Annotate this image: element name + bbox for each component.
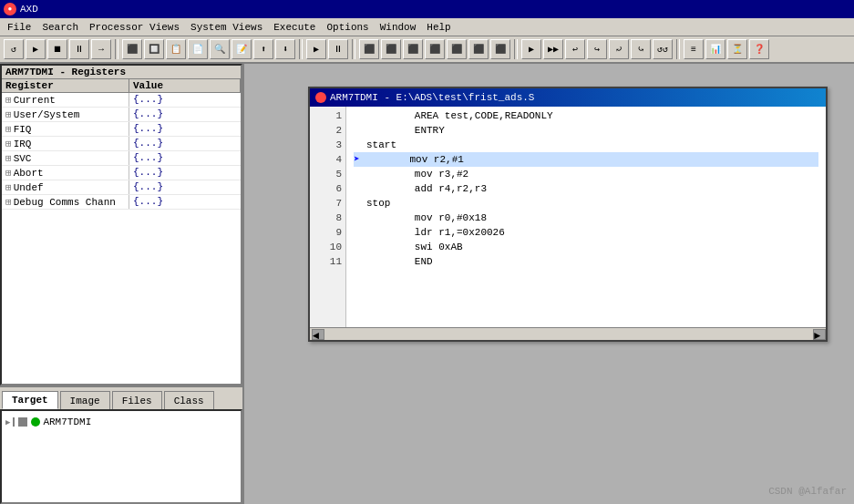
toolbar-btn-3[interactable]: ⏸: [69, 39, 89, 59]
no-arrow: [354, 123, 366, 138]
toolbar-btn-2[interactable]: ⏹: [47, 39, 67, 59]
toolbar-btn-9[interactable]: 📄: [188, 39, 208, 59]
register-row[interactable]: ⊞SVC {...}: [2, 151, 241, 166]
tab-bar: TargetImageFilesClass: [0, 387, 242, 409]
line-number: 8: [314, 211, 342, 225]
expand-icon[interactable]: ⊞: [5, 95, 12, 106]
code-text: swi 0xAB: [366, 240, 463, 254]
toolbar-btn-6[interactable]: ⬛: [122, 39, 142, 59]
no-arrow: [354, 138, 366, 152]
toolbar-btn-20[interactable]: ⬛: [403, 39, 423, 59]
toolbar-btn-10[interactable]: 🔍: [210, 39, 230, 59]
toolbar-btn-31[interactable]: ⤿: [631, 39, 651, 59]
toolbar-separator-25: [514, 39, 518, 59]
menu-item-execute[interactable]: Execute: [268, 21, 321, 34]
toolbar: ↺▶⏹⏸→⬛🔲📋📄🔍📝⬆⬇▶⏸⬛⬛⬛⬛⬛⬛⬛▶▶▶↩↪⤾⤿↺↺≡📊⏳❓: [0, 36, 854, 64]
line-numbers: 1234567891011: [310, 107, 346, 327]
toolbar-btn-26[interactable]: ▶: [521, 39, 541, 59]
toolbar-btn-0[interactable]: ↺: [4, 39, 24, 59]
expand-icon[interactable]: ⊞: [5, 124, 12, 135]
toolbar-btn-18[interactable]: ⬛: [359, 39, 379, 59]
expand-icon[interactable]: ⊞: [5, 168, 12, 179]
register-body[interactable]: ⊞Current {...} ⊞User/System {...} ⊞FIQ {…: [2, 93, 241, 384]
no-arrow: [354, 196, 366, 211]
target-box-icon: [18, 417, 27, 427]
expand-icon[interactable]: ⊞: [5, 139, 12, 149]
col-register: Register: [2, 79, 129, 92]
menu-item-help[interactable]: Help: [421, 21, 456, 34]
toolbar-btn-30[interactable]: ⤾: [609, 39, 629, 59]
line-number: 2: [314, 123, 342, 138]
menu-item-options[interactable]: Options: [321, 21, 374, 34]
toolbar-btn-8[interactable]: 📋: [166, 39, 186, 59]
register-row[interactable]: ⊞User/System {...}: [2, 108, 241, 122]
register-panel-title: ARM7TDMI - Registers: [2, 66, 241, 79]
code-line: AREA test,CODE,READONLY: [354, 108, 818, 123]
toolbar-btn-16[interactable]: ⏸: [328, 39, 348, 59]
toolbar-btn-22[interactable]: ⬛: [447, 39, 467, 59]
toolbar-btn-29[interactable]: ↪: [587, 39, 607, 59]
code-text: ldr r1,=0x20026: [366, 225, 505, 240]
toolbar-btn-15[interactable]: ▶: [306, 39, 326, 59]
toolbar-btn-23[interactable]: ⬛: [468, 39, 489, 59]
toolbar-btn-11[interactable]: 📝: [232, 39, 252, 59]
toolbar-btn-19[interactable]: ⬛: [381, 39, 401, 59]
menu-item-system-views[interactable]: System Views: [185, 21, 268, 34]
register-row[interactable]: ⊞Undef {...}: [2, 180, 241, 195]
toolbar-btn-1[interactable]: ▶: [26, 39, 46, 59]
toolbar-btn-7[interactable]: 🔲: [144, 39, 164, 59]
register-row[interactable]: ⊞IRQ {...}: [2, 137, 241, 151]
menu-item-file[interactable]: File: [2, 21, 36, 34]
line-number: 6: [314, 181, 342, 196]
menu-item-window[interactable]: Window: [375, 21, 422, 34]
code-text: END: [366, 254, 433, 269]
toolbar-btn-13[interactable]: ⬇: [275, 39, 295, 59]
register-value: {...}: [129, 122, 167, 136]
tab-files[interactable]: Files: [112, 391, 162, 409]
register-value: {...}: [129, 166, 167, 180]
line-number: 10: [314, 240, 342, 254]
tree-arrow: ▶: [5, 417, 10, 427]
toolbar-btn-4[interactable]: →: [91, 39, 111, 59]
expand-icon[interactable]: ⊞: [5, 153, 12, 164]
register-row[interactable]: ⊞Debug Comms Chann {...}: [2, 195, 241, 210]
line-number: 9: [314, 225, 342, 240]
line-number: 4: [314, 152, 342, 167]
scroll-left-btn[interactable]: ◄: [312, 329, 324, 340]
register-value: {...}: [129, 108, 167, 121]
target-label: ARM7TDMI: [43, 417, 91, 427]
toolbar-btn-35[interactable]: 📊: [705, 39, 725, 59]
toolbar-separator-5: [115, 39, 118, 59]
toolbar-btn-37[interactable]: ❓: [749, 39, 769, 59]
register-row[interactable]: ⊞FIQ {...}: [2, 122, 241, 137]
toolbar-btn-32[interactable]: ↺↺: [653, 39, 673, 59]
code-line: add r4,r2,r3: [354, 181, 818, 196]
toolbar-btn-27[interactable]: ▶▶: [543, 39, 563, 59]
toolbar-btn-24[interactable]: ⬛: [490, 39, 510, 59]
menu-item-search[interactable]: Search: [36, 21, 84, 34]
bottom-panel: TargetImageFilesClass ▶ ARM7TDMI: [0, 386, 242, 504]
tab-target[interactable]: Target: [2, 391, 58, 409]
code-content[interactable]: 1234567891011 AREA test,CODE,READONLY EN…: [310, 107, 826, 327]
tab-class[interactable]: Class: [164, 391, 214, 409]
expand-icon[interactable]: ⊞: [5, 182, 12, 193]
scroll-track[interactable]: [324, 329, 813, 340]
code-horizontal-scrollbar[interactable]: ◄ ►: [310, 327, 826, 340]
toolbar-separator-17: [352, 39, 355, 59]
line-number: 3: [314, 138, 342, 152]
toolbar-btn-34[interactable]: ≡: [684, 39, 704, 59]
scroll-right-btn[interactable]: ►: [813, 329, 826, 340]
toolbar-btn-28[interactable]: ↩: [565, 39, 585, 59]
register-row[interactable]: ⊞Current {...}: [2, 93, 241, 108]
toolbar-btn-12[interactable]: ⬆: [253, 39, 273, 59]
expand-icon[interactable]: ⊞: [5, 197, 12, 208]
expand-icon[interactable]: ⊞: [5, 109, 12, 120]
register-value: {...}: [129, 180, 167, 194]
toolbar-btn-21[interactable]: ⬛: [425, 39, 445, 59]
toolbar-btn-36[interactable]: ⏳: [727, 39, 747, 59]
register-row[interactable]: ⊞Abort {...}: [2, 166, 241, 180]
tab-image[interactable]: Image: [60, 391, 110, 409]
code-line: mov r0,#0x18: [354, 211, 818, 225]
code-window-title: ARM7TDMI - E:\ADS\test\frist_ads.S: [330, 92, 534, 103]
menu-item-processor-views[interactable]: Processor Views: [84, 21, 185, 34]
